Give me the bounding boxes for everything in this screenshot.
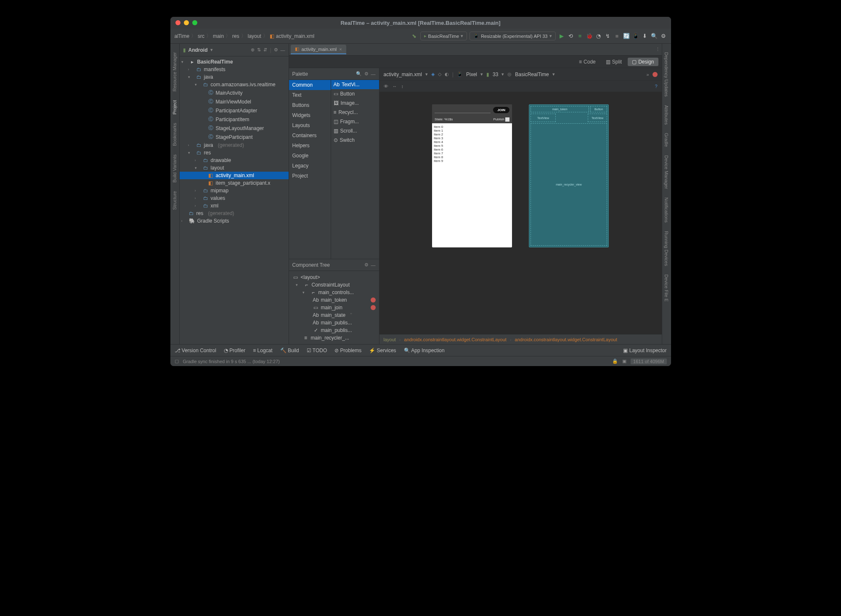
ct-constraint[interactable]: ConstraintLayout [312,282,350,288]
tree-res[interactable]: res [204,150,211,156]
hide-icon[interactable]: — [281,48,285,53]
palette-item[interactable]: ⊙Switch [331,135,379,145]
gear-icon[interactable]: ⚙ [364,71,369,77]
lock-icon[interactable]: 🔒 [612,358,618,364]
tool-layout-inspector[interactable]: ▣ Layout Inspector [623,348,666,353]
hide-icon[interactable]: — [371,72,376,77]
tree-drawable[interactable]: drawable [211,157,231,163]
tree-mipmap[interactable]: mipmap [211,188,229,194]
tool-profiler[interactable]: ◔ Profiler [224,348,245,353]
tool-version-control[interactable]: ⎇ Version Control [175,348,216,353]
pan-icon[interactable]: ↔ [393,84,397,89]
ct-item[interactable]: main_publis... [321,320,352,326]
tool-build[interactable]: 🔨 Build [280,348,299,353]
palette-item[interactable]: ◫Fragm... [331,117,379,126]
ct-item[interactable]: main_join [321,305,342,311]
gutter-project[interactable]: Project [172,100,177,114]
hide-icon[interactable]: — [371,263,376,268]
zoom-icon[interactable]: ↕ [401,84,404,89]
tree-root[interactable]: BasicRealTime [197,59,233,65]
stop-icon[interactable]: ■ [614,33,621,40]
project-tree[interactable]: ▾▸BasicRealTime ›🗀manifests ▾🗀java ▾🗀com… [180,56,289,344]
sdk-icon[interactable]: ⬇ [642,33,648,40]
tree-class[interactable]: StageParticipant [216,134,253,140]
profiler-icon[interactable]: ◔ [595,33,602,40]
tool-todo[interactable]: ☑ TODO [307,348,327,353]
gutter-notifications[interactable]: Notifications [664,197,669,223]
gutter-resource-manager[interactable]: Resource Manager [172,52,177,92]
bp-textview[interactable]: TextView [588,114,607,122]
ct-controls[interactable]: main_controls... [318,289,354,295]
collapse-icon[interactable]: ⇵ [263,47,267,53]
device-select[interactable]: 📱Resizable (Experimental) API 33▾ [470,32,555,40]
debug-icon[interactable]: 🐞 [586,33,593,40]
palette-cat-buttons[interactable]: Buttons [289,100,331,110]
bc-constraint1[interactable]: androidx.constraintlayout.widget.Constra… [404,337,507,342]
tree-class[interactable]: ParticipantItem [216,117,249,122]
search-icon[interactable]: 🔍 [651,33,658,40]
tree-xml[interactable]: xml [211,203,219,209]
gutter-bookmarks[interactable]: Bookmarks [172,123,177,146]
tree-layout[interactable]: layout [211,165,224,171]
gutter-build-variants[interactable]: Build Variants [172,154,177,183]
ct-item[interactable]: main_publis... [321,327,352,333]
palette-item[interactable]: ▥Scroll... [331,126,379,135]
palette-item[interactable]: ▭Button [331,89,379,98]
indexing-icon[interactable]: ▣ [622,358,626,364]
ct-recycler[interactable]: main_recycler_... [311,335,349,341]
close-window-button[interactable] [175,20,180,25]
gutter-device-file[interactable]: Device File E [664,274,669,302]
gutter-running-devices[interactable]: Running Devices [664,231,669,266]
palette-cat-widgets[interactable]: Widgets [289,110,331,120]
nav-breadcrumb[interactable]: alTime〉 src〉 main〉 res〉 layout〉 ◧ activi… [175,32,315,40]
view-mode-split[interactable]: ▥ Split [602,58,626,66]
breadcrumb-item[interactable]: activity_main.xml [276,33,314,39]
eye-icon[interactable]: 👁 [384,84,388,89]
bp-textview[interactable]: TextView [531,114,556,122]
tree-manifests[interactable]: manifests [204,66,226,72]
attach-icon[interactable]: ↯ [605,33,611,40]
tree-class[interactable]: ParticipantAdapter [216,108,257,114]
bp-button[interactable]: Button [590,106,607,112]
tree-class[interactable]: MainActivity [216,90,243,96]
surface-icon[interactable]: ◈ [431,72,435,77]
bc-layout[interactable]: layout [384,337,396,342]
avd-icon[interactable]: 📱 [632,33,639,40]
palette-cat-text[interactable]: Text [289,90,331,100]
run-config-select[interactable]: ▸BasicRealTime▾ [420,32,467,40]
sync-icon[interactable]: 🔄 [623,33,630,40]
gutter-dep-updates[interactable]: Dependency Updates [664,52,669,97]
palette-item[interactable]: ≡Recycl... [331,108,379,117]
tab-options-icon[interactable]: ⋮ [655,47,660,52]
gutter-attributes[interactable]: Attributes [664,105,669,125]
ct-item[interactable]: main_token [321,297,347,303]
bp-main-token[interactable]: main_token [531,106,589,112]
ct-layout[interactable]: <layout> [301,274,320,280]
design-preview[interactable]: JOIN State: %1$s Publish Item 0 Item 1 I… [432,104,512,247]
tree-file-selected[interactable]: activity_main.xml [216,173,254,178]
palette-cat-layouts[interactable]: Layouts [289,120,331,130]
memory-indicator[interactable]: 1611 of 4096M [631,358,666,364]
tree-java-gen[interactable]: java [204,142,213,148]
palette-cat-project[interactable]: Project [289,171,331,181]
breadcrumb-item[interactable]: layout [248,33,261,39]
project-view-mode[interactable]: Android [188,47,208,53]
palette-cat-legacy[interactable]: Legacy [289,161,331,171]
orientation-icon[interactable]: ◇ [438,72,441,77]
view-mode-code[interactable]: ≡ Code [575,58,600,66]
apply-changes-icon[interactable]: ⟲ [568,33,574,40]
maximize-window-button[interactable] [192,20,197,25]
run-button[interactable]: ▶ [558,33,565,40]
breadcrumb-item[interactable]: alTime [175,33,190,39]
canvas-api-select[interactable]: 33 [493,72,498,77]
breadcrumb-item[interactable]: res [232,33,239,39]
palette-item[interactable]: AbTextVi... [331,80,379,89]
palette-cat-containers[interactable]: Containers [289,130,331,141]
hammer-icon[interactable]: ⬊ [411,33,418,40]
status-icon[interactable]: ▢ [175,358,179,364]
palette-cat-common[interactable]: Common [289,80,331,90]
expand-icon[interactable]: ⇅ [257,47,261,53]
gear-icon[interactable]: ⚙ [364,262,369,268]
breadcrumb-item[interactable]: main [213,33,224,39]
canvas-file-select[interactable]: activity_main.xml [384,72,422,77]
